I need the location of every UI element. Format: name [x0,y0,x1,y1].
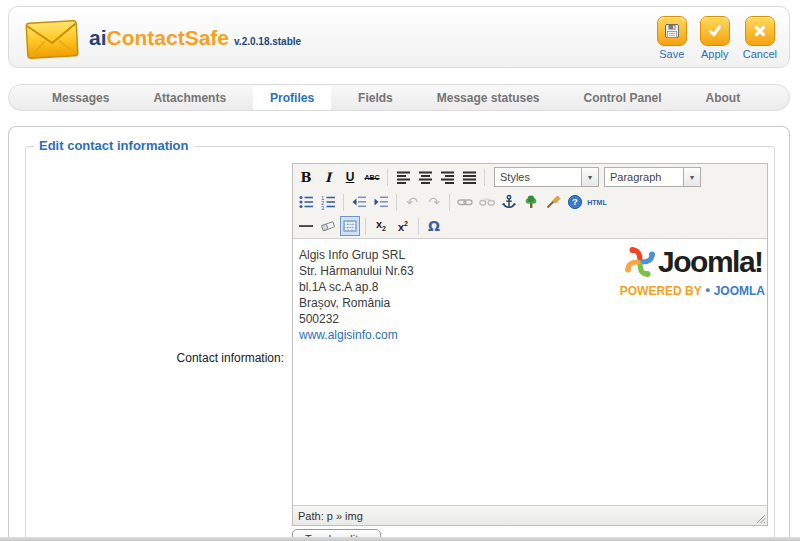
indent-icon [373,194,389,210]
insert-link-button[interactable] [455,192,475,212]
toolbar-separator [484,169,485,186]
contact-information-label: Contact information: [26,351,284,365]
numbered-list-button[interactable]: 123 [318,192,338,212]
wysiwyg-editor: B I U ABC [292,163,768,526]
toolbar-separator [387,169,388,186]
indent-button[interactable] [371,192,391,212]
joomla-powered-image[interactable]: Joomla! POWERED BY ● JOOMLA [620,244,765,299]
joomla-wordmark: Joomla! [658,247,763,277]
editor-status-bar: Path: p » img [293,505,767,525]
styles-dropdown-value: Styles [495,171,581,183]
save-button-label: Save [659,48,684,60]
underline-button[interactable]: U [340,167,360,187]
table-grid-icon [342,218,358,234]
omega-icon: Ω [428,218,440,234]
strikethrough-button[interactable]: ABC [362,167,382,187]
anchor-button[interactable] [499,192,519,212]
powered-by-joomla-text: POWERED BY ● JOOMLA [620,282,765,299]
app-title: aiContactSafev.2.0.18.stable [89,26,301,50]
align-left-button[interactable] [393,167,413,187]
bullet-list-button[interactable] [296,192,316,212]
app-version: v.2.0.18.stable [234,36,301,47]
help-icon: ? [567,194,583,210]
format-dropdown-value: Paragraph [605,171,683,183]
app-title-main: ContactSafe [107,26,230,49]
cleanup-button[interactable] [543,192,563,212]
toolbar-separator [396,194,397,211]
tab-profiles[interactable]: Profiles [253,86,331,110]
toggle-guidelines-button[interactable] [340,216,360,236]
align-right-icon [440,170,455,185]
unlink-button[interactable] [477,192,497,212]
align-right-button[interactable] [437,167,457,187]
image-tree-icon [523,194,539,210]
redo-button[interactable]: ↷ [424,192,444,212]
editor-toolbar-row2: 123 ↶ ↷ [293,190,767,214]
editor-toolbar-row3: x2 x2 Ω [293,214,767,238]
undo-icon: ↶ [406,195,418,209]
italic-icon: I [325,170,331,185]
tab-about[interactable]: About [689,86,758,110]
bold-button[interactable]: B [296,167,316,187]
subscript-icon: x2 [376,219,386,232]
align-center-icon [418,170,433,185]
remove-format-button[interactable] [318,216,338,236]
horizontal-rule-icon [298,218,314,234]
html-source-button[interactable]: HTML [587,192,607,212]
content-line: 500232 [299,311,761,327]
undo-button[interactable]: ↶ [402,192,422,212]
x-icon [745,16,775,46]
element-path: Path: p » img [298,510,363,522]
toolbar-separator [449,194,450,211]
toolbar-separator [418,218,419,235]
align-justify-icon [462,170,477,185]
svg-text:?: ? [572,196,578,207]
tab-control-panel[interactable]: Control Panel [567,86,679,110]
envelope-icon [21,14,83,64]
tab-messages[interactable]: Messages [35,86,126,110]
strikethrough-icon: ABC [364,174,379,181]
unlink-icon [479,194,495,210]
redo-icon: ↷ [428,195,440,209]
joomla-logo-icon [622,244,658,280]
styles-dropdown[interactable]: Styles ▾ [494,167,599,187]
format-dropdown[interactable]: Paragraph ▾ [604,167,701,187]
tab-bar: Messages Attachments Profiles Fields Mes… [8,84,790,111]
insert-image-button[interactable] [521,192,541,212]
broom-icon [545,194,561,210]
cancel-button[interactable]: Cancel [743,16,777,60]
header-panel: aiContactSafev.2.0.18.stable Save [8,6,790,68]
tab-fields[interactable]: Fields [341,86,410,110]
edit-contact-fieldset: Edit contact information Contact informa… [25,146,775,541]
tab-message-statuses[interactable]: Message statuses [420,86,557,110]
floppy-disk-icon [657,16,687,46]
outdent-button[interactable] [349,192,369,212]
bold-icon: B [301,170,312,185]
numbered-list-icon: 123 [320,194,336,210]
website-link[interactable]: www.algisinfo.com [299,327,761,343]
fieldset-legend: Edit contact information [34,138,194,153]
bullet-list-icon [298,194,314,210]
superscript-button[interactable]: x2 [393,216,413,236]
subscript-button[interactable]: x2 [371,216,391,236]
apply-button[interactable]: Apply [700,16,730,60]
special-character-button[interactable]: Ω [424,216,444,236]
svg-text:3: 3 [321,205,325,211]
editor-content-area[interactable]: Algis Info Grup SRL Str. Hărmanului Nr.6… [293,238,767,505]
italic-button[interactable]: I [318,167,338,187]
help-button[interactable]: ? [565,192,585,212]
save-button[interactable]: Save [657,16,687,60]
eraser-icon [320,218,336,234]
html-source-icon: HTML [587,199,606,206]
align-center-button[interactable] [415,167,435,187]
toolbar-separator [343,194,344,211]
chevron-down-icon: ▾ [581,168,598,186]
horizontal-rule-button[interactable] [296,216,316,236]
align-justify-button[interactable] [459,167,479,187]
check-icon [700,16,730,46]
header-actions: Save Apply Cancel [657,16,777,60]
resize-handle-icon[interactable] [755,513,766,524]
chevron-down-icon: ▾ [683,168,700,186]
anchor-icon [501,194,517,210]
tab-attachments[interactable]: Attachments [136,86,243,110]
